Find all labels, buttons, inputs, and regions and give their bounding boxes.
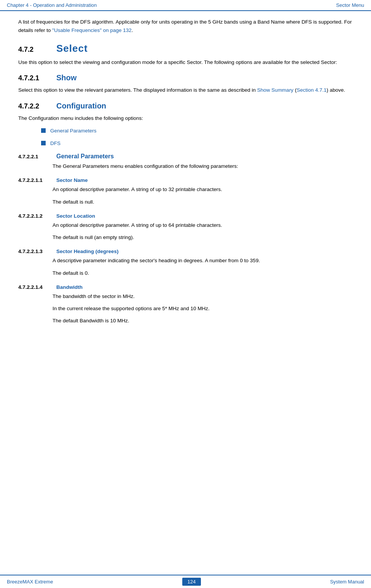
s4721-link2[interactable]: Section 4.7.1 — [296, 87, 326, 93]
section-472-body: Use this option to select the viewing an… — [18, 58, 353, 67]
section-47221-body-container: The General Parameters menu enables conf… — [53, 162, 353, 171]
page-header: Chapter 4 - Operation and Administration… — [0, 0, 371, 11]
footer-right: System Manual — [330, 579, 364, 585]
bullet-square-1 — [41, 141, 46, 145]
s4721-body1: Select this option to view the relevant … — [18, 87, 257, 93]
header-left: Chapter 4 - Operation and Administration — [7, 2, 97, 8]
intro-text2: . — [132, 27, 133, 33]
section-472214-heading: 4.7.2.2.1.4 Bandwidth — [18, 284, 353, 290]
section-472211-title: Sector Name — [56, 177, 88, 183]
section-47221-num: 4.7.2.2.1 — [18, 154, 53, 159]
section-472211-num: 4.7.2.2.1.1 — [18, 177, 53, 183]
section-472214: 4.7.2.2.1.4 Bandwidth The bandwidth of t… — [18, 284, 353, 325]
section-472212-num: 4.7.2.2.1.2 — [18, 213, 53, 219]
section-4721-title: Show — [56, 73, 76, 82]
section-4722: 4.7.2.2 Configuration The Configuration … — [18, 102, 353, 146]
bullet-text-0: General Parameters — [50, 128, 97, 134]
section-4722-body: The Configuration menu includes the foll… — [18, 114, 353, 123]
s472214-body2: In the current release the supported opt… — [53, 304, 353, 313]
bullet-text-1: DFS — [50, 140, 61, 146]
section-472213-num: 4.7.2.2.1.3 — [18, 249, 53, 254]
section-472213: 4.7.2.2.1.3 Sector Heading (degrees) A d… — [18, 249, 353, 277]
footer-page-number: 124 — [182, 578, 201, 586]
section-472213-body-container: A descriptive parameter indicating the s… — [53, 257, 353, 277]
section-472211: 4.7.2.2.1.1 Sector Name An optional desc… — [18, 177, 353, 206]
section-4721: 4.7.2.1 Show Select this option to view … — [18, 73, 353, 94]
section-4722-num: 4.7.2.2 — [18, 102, 53, 110]
s472212-body2: The default is null (an empty string). — [53, 233, 353, 242]
section-47221-title: General Parameters — [56, 153, 114, 160]
section-472214-title: Bandwidth — [56, 284, 83, 290]
s472213-body1: A descriptive parameter indicating the s… — [53, 257, 353, 265]
bullet-item-1: DFS — [41, 140, 353, 146]
bullet-square-0 — [41, 128, 46, 133]
s472214-body1: The bandwidth of the sector in MHz. — [53, 292, 353, 301]
section-4722-heading: 4.7.2.2 Configuration — [18, 102, 353, 110]
s472211-body2: The default is null. — [53, 198, 353, 206]
section-472213-heading: 4.7.2.2.1.3 Sector Heading (degrees) — [18, 249, 353, 254]
section-4721-num: 4.7.2.1 — [18, 74, 53, 82]
s472214-body3: The default Bandwidth is 10 MHz. — [53, 317, 353, 325]
s4721-body3: ) above. — [326, 87, 345, 93]
section-472-title: Select — [56, 43, 88, 54]
s472211-body1: An optional descriptive parameter. A str… — [53, 185, 353, 194]
section-472212-heading: 4.7.2.2.1.2 Sector Location — [18, 213, 353, 219]
section-472214-num: 4.7.2.2.1.4 — [18, 284, 53, 290]
section-472-heading: 4.7.2 Select — [18, 43, 353, 54]
section-4721-body: Select this option to view the relevant … — [18, 86, 353, 94]
footer-left: BreezeMAX Extreme — [7, 579, 53, 585]
section-4722-title: Configuration — [56, 102, 106, 110]
section-47221-body: The General Parameters menu enables conf… — [53, 162, 353, 171]
main-content: A list of frequencies for the DFS algori… — [0, 11, 371, 355]
section-472211-heading: 4.7.2.2.1.1 Sector Name — [18, 177, 353, 183]
section-4721-heading: 4.7.2.1 Show — [18, 73, 353, 82]
intro-paragraph: A list of frequencies for the DFS algori… — [18, 18, 353, 34]
page-footer: BreezeMAX Extreme 124 System Manual — [0, 575, 371, 588]
header-right: Sector Menu — [336, 2, 364, 8]
s472213-body2: The default is 0. — [53, 269, 353, 277]
section-472212-body-container: An optional descriptive parameter. A str… — [53, 221, 353, 242]
bullet-list: General Parameters DFS — [41, 128, 353, 146]
bullet-item-0: General Parameters — [41, 128, 353, 134]
section-47221-heading: 4.7.2.2.1 General Parameters — [18, 153, 353, 160]
section-472211-body-container: An optional descriptive parameter. A str… — [53, 185, 353, 206]
section-472212: 4.7.2.2.1.2 Sector Location An optional … — [18, 213, 353, 242]
s472212-body1: An optional descriptive parameter. A str… — [53, 221, 353, 229]
section-472-num: 4.7.2 — [18, 46, 53, 54]
section-472: 4.7.2 Select Use this option to select t… — [18, 43, 353, 67]
section-47221: 4.7.2.2.1 General Parameters The General… — [18, 153, 353, 171]
s4721-link1[interactable]: Show Summary — [257, 87, 293, 93]
section-472214-body-container: The bandwidth of the sector in MHz. In t… — [53, 292, 353, 325]
section-472212-title: Sector Location — [56, 213, 95, 219]
section-472213-title: Sector Heading (degrees) — [56, 249, 119, 254]
intro-link[interactable]: "Usable Frequencies" on page 132 — [52, 27, 131, 33]
